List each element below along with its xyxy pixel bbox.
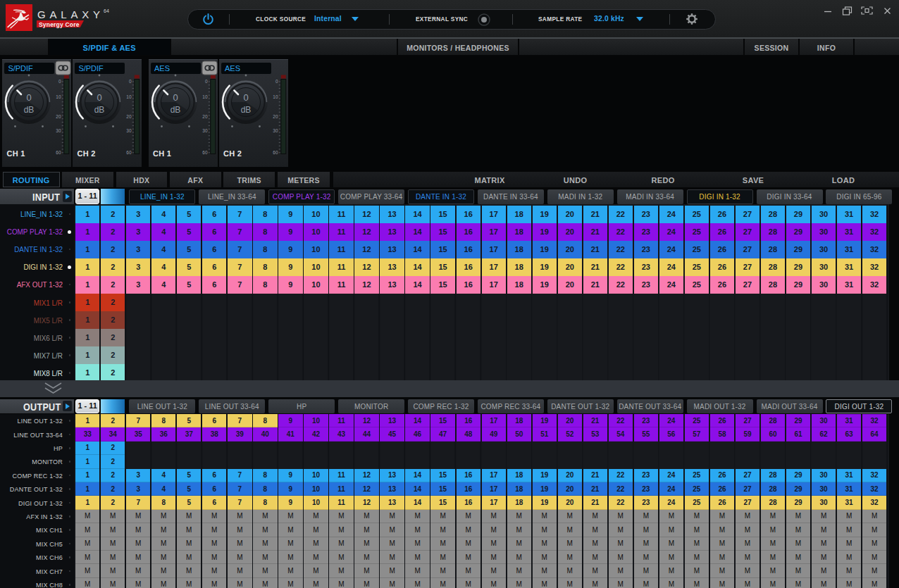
svg-text:10: 10 bbox=[202, 94, 208, 99]
svg-text:20: 20 bbox=[127, 114, 132, 119]
svg-text:60: 60 bbox=[273, 150, 278, 155]
svg-text:20: 20 bbox=[202, 114, 208, 119]
svg-text:10: 10 bbox=[127, 94, 132, 99]
svg-text:0: 0 bbox=[275, 79, 278, 84]
svg-text:0: 0 bbox=[27, 92, 32, 103]
svg-text:20: 20 bbox=[273, 114, 278, 119]
svg-text:30: 30 bbox=[56, 128, 62, 133]
svg-text:dB: dB bbox=[24, 105, 35, 115]
svg-text:0: 0 bbox=[205, 79, 208, 84]
svg-text:0: 0 bbox=[243, 92, 248, 103]
svg-text:0: 0 bbox=[173, 92, 178, 103]
svg-text:20: 20 bbox=[56, 114, 62, 119]
svg-text:10: 10 bbox=[273, 94, 278, 99]
svg-text:60: 60 bbox=[56, 150, 62, 155]
svg-text:60: 60 bbox=[202, 150, 208, 155]
svg-text:0: 0 bbox=[58, 79, 61, 84]
svg-text:dB: dB bbox=[241, 105, 252, 115]
svg-text:30: 30 bbox=[202, 128, 208, 133]
svg-text:30: 30 bbox=[273, 128, 278, 133]
svg-text:30: 30 bbox=[127, 128, 132, 133]
svg-text:60: 60 bbox=[127, 150, 132, 155]
svg-text:dB: dB bbox=[170, 105, 181, 115]
svg-text:dB: dB bbox=[94, 105, 105, 115]
svg-text:0: 0 bbox=[97, 92, 102, 103]
svg-text:10: 10 bbox=[56, 94, 62, 99]
svg-text:0: 0 bbox=[129, 79, 132, 84]
